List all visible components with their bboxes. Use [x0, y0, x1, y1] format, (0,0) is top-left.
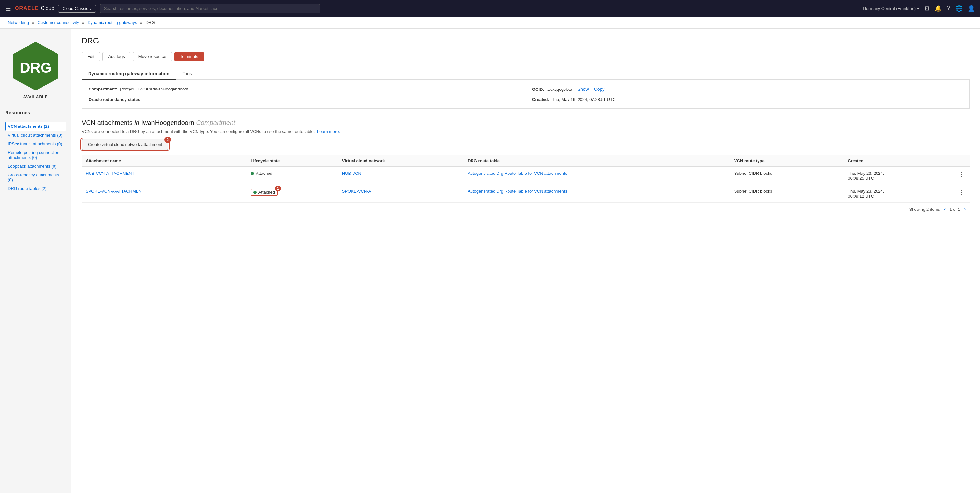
sidebar-item-cross-tenancy[interactable]: Cross-tenancy attachments (0)	[5, 170, 66, 184]
col-drg-route-table: DRG route table	[464, 155, 730, 167]
created-value: Thu, May 16, 2024, 07:28:51 UTC	[552, 97, 616, 102]
add-tags-button[interactable]: Add tags	[102, 52, 130, 61]
drg-route-table-link-1[interactable]: Autogenerated Drg Route Table for VCN at…	[468, 171, 567, 176]
main-layout: DRG AVAILABLE Resources VCN attachments …	[0, 29, 980, 493]
attachment-name-link-2[interactable]: SPOKE-VCN-A-ATTACHMENT	[86, 189, 144, 194]
resources-section: Resources VCN attachments (2) Virtual ci…	[0, 105, 71, 196]
search-input[interactable]	[100, 4, 320, 13]
vcn-attachments-table: Attachment name Lifecycle state Virtual …	[82, 155, 970, 203]
table-row: HUB-VCN-ATTACHMENT Attached HUB-VCN Auto…	[82, 167, 970, 185]
create-button-area: Create virtual cloud network attachment …	[82, 139, 970, 150]
pagination-info: 1 of 1	[950, 207, 960, 212]
vcn-attachments-section: VCN attachments in IwanHoogendoorn Compa…	[82, 119, 970, 215]
globe-icon[interactable]: 🌐	[955, 5, 963, 12]
table-header: Attachment name Lifecycle state Virtual …	[82, 155, 970, 167]
col-attachment-name: Attachment name	[82, 155, 247, 167]
ocid-copy-link[interactable]: Copy	[594, 87, 605, 92]
drg-hexagon: DRG	[10, 40, 62, 92]
created-label: Created:	[532, 97, 549, 102]
vcn-title-main: VCN attachments	[82, 119, 133, 126]
ocid-value: ...vxqqcgvkka	[547, 87, 573, 92]
vcn-section-title: VCN attachments in IwanHoogendoorn Compa…	[82, 119, 970, 127]
status-dot-icon-2	[253, 191, 256, 194]
edit-button[interactable]: Edit	[82, 52, 100, 61]
region-label: Germany Central (Frankfurt)	[863, 6, 916, 11]
row-actions-menu-2[interactable]: ⋮	[957, 189, 966, 196]
vcn-link-1[interactable]: HUB-VCN	[342, 171, 361, 176]
cloud-classic-button[interactable]: Cloud Classic »	[58, 5, 95, 13]
sidebar-divider	[5, 119, 66, 119]
page-title: DRG	[82, 36, 970, 45]
svg-text:DRG: DRG	[20, 60, 52, 76]
sidebar-item-loopback[interactable]: Loopback attachments (0)	[5, 162, 66, 170]
lifecycle-state-1: Attached	[251, 171, 334, 176]
learn-more-link[interactable]: Learn more.	[317, 129, 340, 134]
pagination-prev[interactable]: ‹	[944, 206, 946, 212]
row-actions-menu-1[interactable]: ⋮	[957, 171, 966, 178]
breadcrumb-sep-3: »	[140, 20, 142, 25]
breadcrumb-networking[interactable]: Networking	[8, 20, 29, 25]
redundancy-label: Oracle redundancy status:	[89, 97, 142, 102]
attached-badge: 1	[275, 186, 281, 191]
col-created: Created	[844, 155, 953, 167]
nav-right-section: Germany Central (Frankfurt) ▾ ⊡ 🔔 ? 🌐 👤	[863, 5, 975, 12]
compartment-row: Compartment: (root)/NETWORK/IwanHoogendo…	[89, 87, 519, 92]
created-1: Thu, May 23, 2024,06:08:25 UTC	[844, 167, 953, 185]
vcn-route-type-1: Subnet CIDR blocks	[730, 167, 844, 185]
sidebar-item-vcn-attachments[interactable]: VCN attachments (2)	[5, 122, 66, 131]
oracle-logo: ORACLE Cloud	[15, 5, 54, 11]
status-dot-icon-1	[251, 172, 254, 175]
screen-icon[interactable]: ⊡	[924, 5, 929, 12]
compartment-value: (root)/NETWORK/IwanHoogendoorn	[120, 87, 188, 91]
drg-route-table-link-2[interactable]: Autogenerated Drg Route Table for VCN at…	[468, 189, 567, 194]
showing-items-label: Showing 2 items	[909, 207, 940, 212]
sidebar-item-virtual-circuit[interactable]: Virtual circuit attachments (0)	[5, 131, 66, 140]
resources-title: Resources	[5, 110, 66, 115]
breadcrumb-sep-2: »	[82, 20, 84, 25]
breadcrumb: Networking » Customer connectivity » Dyn…	[0, 17, 980, 29]
ocid-label: OCID:	[532, 87, 544, 92]
bell-icon[interactable]: 🔔	[935, 5, 942, 12]
col-vcn: Virtual cloud network	[338, 155, 464, 167]
drg-icon-container: DRG AVAILABLE	[0, 35, 71, 105]
user-icon[interactable]: 👤	[968, 5, 975, 12]
drg-status: AVAILABLE	[23, 95, 48, 99]
action-buttons: Edit Add tags Move resource Terminate	[82, 52, 970, 61]
table-footer: Showing 2 items ‹ 1 of 1 ›	[82, 203, 970, 215]
ocid-show-link[interactable]: Show	[578, 87, 589, 92]
tab-tags[interactable]: Tags	[176, 68, 199, 80]
drg-info-panel: Compartment: (root)/NETWORK/IwanHoogendo…	[82, 80, 970, 109]
cloud-wordmark: Cloud	[41, 5, 54, 11]
vcn-route-type-2: Subnet CIDR blocks	[730, 185, 844, 203]
table-body: HUB-VCN-ATTACHMENT Attached HUB-VCN Auto…	[82, 167, 970, 203]
breadcrumb-customer-connectivity[interactable]: Customer connectivity	[38, 20, 79, 25]
oracle-wordmark: ORACLE	[15, 5, 39, 11]
region-selector[interactable]: Germany Central (Frankfurt) ▾	[863, 6, 920, 11]
status-text-2: Attached	[258, 190, 275, 195]
vcn-desc-text: VCNs are connected to a DRG by an attach…	[82, 129, 315, 134]
move-resource-button[interactable]: Move resource	[133, 52, 172, 61]
vcn-link-2[interactable]: SPOKE-VCN-A	[342, 189, 371, 194]
attachment-name-link-1[interactable]: HUB-VCN-ATTACHMENT	[86, 171, 134, 176]
pagination-next[interactable]: ›	[964, 206, 966, 212]
redundancy-row: Oracle redundancy status: —	[89, 97, 519, 102]
redundancy-value: —	[144, 97, 148, 102]
help-icon[interactable]: ?	[947, 5, 950, 12]
info-grid: Compartment: (root)/NETWORK/IwanHoogendo…	[89, 87, 963, 102]
created-2: Thu, May 23, 2024,06:09:12 UTC	[844, 185, 953, 203]
lifecycle-state-2: Attached	[251, 189, 278, 196]
create-vcn-attachment-button[interactable]: Create virtual cloud network attachment	[82, 139, 168, 150]
sidebar-item-ipsec[interactable]: IPSec tunnel attachments (0)	[5, 140, 66, 148]
vcn-title-name: IwanHoogendoorn	[141, 119, 194, 126]
tab-drg-info[interactable]: Dynamic routing gateway information	[82, 68, 176, 80]
vcn-title-compartment: Compartment	[196, 119, 235, 126]
status-text-1: Attached	[256, 171, 272, 176]
terminate-button[interactable]: Terminate	[175, 52, 204, 61]
sidebar-item-remote-peering[interactable]: Remote peering connection attachments (0…	[5, 148, 66, 162]
hamburger-menu[interactable]: ☰	[5, 5, 11, 12]
sidebar-item-drg-route-tables[interactable]: DRG route tables (2)	[5, 184, 66, 193]
breadcrumb-dynamic-routing-gateways[interactable]: Dynamic routing gateways	[88, 20, 137, 25]
left-panel: DRG AVAILABLE Resources VCN attachments …	[0, 29, 72, 493]
breadcrumb-sep-1: »	[32, 20, 34, 25]
vcn-title-italic: in	[134, 119, 141, 126]
